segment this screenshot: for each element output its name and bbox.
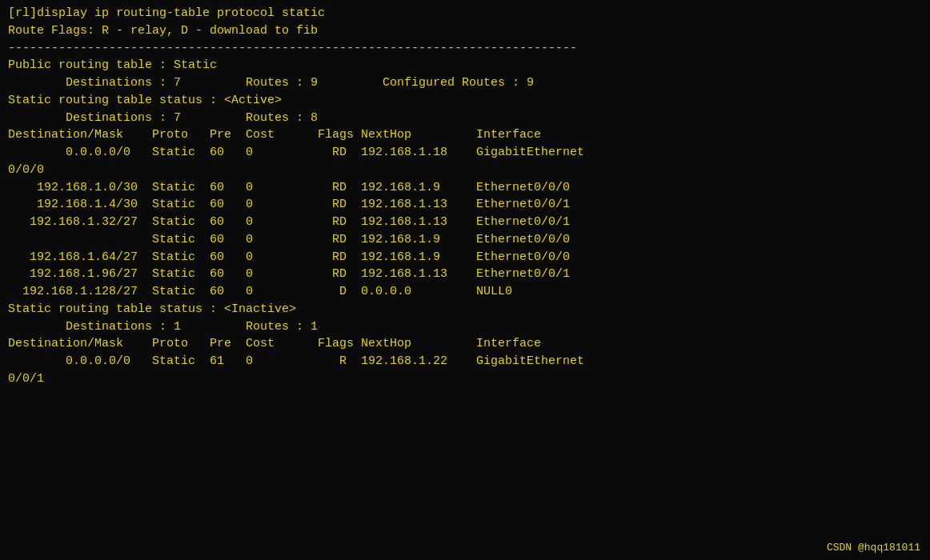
line-route2: 192.168.1.0/30 Static 60 0 RD 192.168.1.… (8, 179, 922, 197)
line-sep1: ----------------------------------------… (8, 40, 922, 58)
line-header: Destination/Mask Proto Pre Cost Flags Ne… (8, 126, 922, 144)
line-flags: Route Flags: R - relay, D - download to … (8, 22, 922, 40)
line-pub-table: Public routing table : Static (8, 57, 922, 74)
line-static-inactive-dest: Destinations : 1 Routes : 1 (8, 318, 922, 336)
line-route-inactive1b: 0/0/1 (8, 370, 922, 388)
line-static-active: Static routing table status : <Active> (8, 92, 922, 110)
line-static-active-dest: Destinations : 7 Routes : 8 (8, 110, 922, 127)
line-route3: 192.168.1.4/30 Static 60 0 RD 192.168.1.… (8, 196, 922, 214)
line-pub-dest: Destinations : 7 Routes : 9 Configured R… (8, 74, 922, 92)
line-static-inactive: Static routing table status : <Inactive> (8, 301, 922, 318)
line-route5: Static 60 0 RD 192.168.1.9 Ethernet0/0/0 (8, 231, 922, 249)
line-route6: 192.168.1.64/27 Static 60 0 RD 192.168.1… (8, 249, 922, 266)
line-route1: 0.0.0.0/0 Static 60 0 RD 192.168.1.18 Gi… (8, 144, 922, 162)
line-header2: Destination/Mask Proto Pre Cost Flags Ne… (8, 335, 922, 353)
line-route4: 192.168.1.32/27 Static 60 0 RD 192.168.1… (8, 214, 922, 231)
line-route-inactive1: 0.0.0.0/0 Static 61 0 R 192.168.1.22 Gig… (8, 353, 922, 370)
line-route1b: 0/0/0 (8, 162, 922, 179)
line-route8: 192.168.1.128/27 Static 60 0 D 0.0.0.0 N… (8, 283, 922, 301)
line-cmd: [rl]display ip routing-table protocol st… (8, 5, 922, 22)
watermark: CSDN @hqq181011 (827, 542, 920, 554)
line-route7: 192.168.1.96/27 Static 60 0 RD 192.168.1… (8, 266, 922, 283)
terminal: [rl]display ip routing-table protocol st… (0, 0, 930, 560)
